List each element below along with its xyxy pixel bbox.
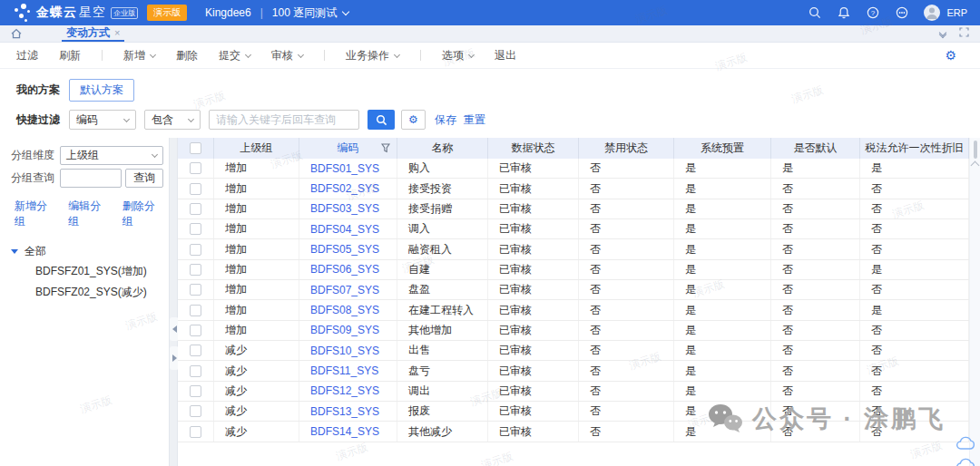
column-header-label: 系统预置 xyxy=(701,141,744,156)
filter-settings-button[interactable]: ⚙ xyxy=(401,110,426,130)
vertical-scrollbar[interactable] xyxy=(969,138,980,466)
row-checkbox-cell xyxy=(178,300,214,319)
table-row[interactable]: 增加BDFS04_SYS调入已审核否是否否 xyxy=(178,219,980,239)
row-checkbox[interactable] xyxy=(190,365,201,377)
table-row[interactable]: 减少BDFS12_SYS调出已审核否是否否 xyxy=(178,382,980,402)
toolbar-button-2[interactable]: 刷新 xyxy=(59,48,81,63)
code-link[interactable]: BDFS11_SYS xyxy=(299,361,397,380)
toolbar-settings-gear-icon[interactable]: ⚙ xyxy=(945,48,956,63)
tab-bar: 变动方式 × xyxy=(0,25,980,43)
row-checkbox[interactable] xyxy=(190,325,201,336)
code-link[interactable]: BDFS09_SYS xyxy=(299,321,397,340)
column-header-2[interactable]: 编码 xyxy=(299,138,397,159)
code-link[interactable]: BDFS08_SYS xyxy=(299,300,397,319)
table-row[interactable]: 增加BDFS05_SYS融资租入已审核否是否否 xyxy=(178,239,980,259)
column-header-4[interactable]: 数据状态 xyxy=(488,138,579,159)
group-action-2[interactable]: 编辑分组 xyxy=(68,199,109,229)
toolbar-button-4[interactable]: 删除 xyxy=(176,48,198,63)
row-checkbox[interactable] xyxy=(190,405,201,417)
group-action-3[interactable]: 删除分组 xyxy=(122,199,163,229)
group-query-button[interactable]: 查询 xyxy=(125,169,163,188)
table-row[interactable]: 增加BDFS01_SYS购入已审核否是是是 xyxy=(178,159,980,179)
column-header-7[interactable]: 是否默认 xyxy=(771,138,860,159)
code-link[interactable]: BDFS06_SYS xyxy=(299,260,397,279)
table-row[interactable]: 减少BDFS13_SYS报废已审核否是否否 xyxy=(178,402,980,422)
code-link[interactable]: BDFS03_SYS xyxy=(299,199,397,218)
select-all-checkbox[interactable] xyxy=(190,142,201,154)
row-checkbox[interactable] xyxy=(190,284,201,296)
fullscreen-icon[interactable] xyxy=(959,27,969,40)
table-row[interactable]: 增加BDFS03_SYS接受捐赠已审核否是否否 xyxy=(178,199,980,219)
code-link[interactable]: BDFS04_SYS xyxy=(299,219,397,238)
toolbar-button-8[interactable]: 选项 xyxy=(442,48,474,63)
tree-node-1[interactable]: BDFSFZ01_SYS(增加) xyxy=(11,261,163,281)
assistant-cloud-icon[interactable] xyxy=(956,436,975,453)
table-row[interactable]: 减少BDFS10_SYS出售已审核否是否否 xyxy=(178,341,980,361)
code-link[interactable]: BDFS10_SYS xyxy=(299,341,397,360)
row-checkbox[interactable] xyxy=(190,305,201,316)
panel-splitter[interactable] xyxy=(169,138,178,466)
group-dimension-select[interactable]: 上级组 xyxy=(60,146,163,165)
table-row[interactable]: 减少BDFS11_SYS盘亏已审核否是否否 xyxy=(178,361,980,381)
toolbar-button-1[interactable]: 过滤 xyxy=(16,48,38,63)
keyword-search-input[interactable] xyxy=(209,110,359,130)
toolbar-button-6[interactable]: 审核 xyxy=(271,48,303,63)
notification-bell-icon[interactable] xyxy=(837,6,850,20)
column-header-5[interactable]: 禁用状态 xyxy=(579,138,674,159)
reset-link[interactable]: 重置 xyxy=(464,112,485,128)
row-checkbox[interactable] xyxy=(190,385,201,397)
row-checkbox[interactable] xyxy=(190,345,201,356)
row-checkbox[interactable] xyxy=(190,223,201,235)
scrollbar-thumb[interactable] xyxy=(974,141,977,159)
code-link[interactable]: BDFS12_SYS xyxy=(299,382,397,401)
toolbar-button-5[interactable]: 提交 xyxy=(219,48,250,63)
group-query-input[interactable] xyxy=(60,169,122,188)
feedback-chat-icon[interactable] xyxy=(895,6,908,20)
tab-change-method[interactable]: 变动方式 × xyxy=(62,25,124,42)
help-icon[interactable]: ? xyxy=(866,6,879,20)
column-header-1[interactable]: 上级组 xyxy=(214,138,299,159)
table-row[interactable]: 增加BDFS06_SYS自建已审核否是否是 xyxy=(178,260,980,280)
group-action-1[interactable]: 新增分组 xyxy=(15,199,55,229)
collapse-tabs-icon[interactable] xyxy=(940,30,946,37)
code-link[interactable]: BDFS07_SYS xyxy=(299,280,397,299)
column-header-6[interactable]: 系统预置 xyxy=(674,138,771,159)
save-link[interactable]: 保存 xyxy=(435,112,456,128)
toolbar-button-9[interactable]: 退出 xyxy=(495,48,516,63)
code-link[interactable]: BDFS02_SYS xyxy=(299,179,397,198)
code-link[interactable]: BDFS14_SYS xyxy=(299,422,397,441)
toolbar-button-7[interactable]: 业务操作 xyxy=(346,48,399,63)
row-checkbox[interactable] xyxy=(190,162,201,174)
code-link[interactable]: BDFS01_SYS xyxy=(299,159,397,178)
code-link[interactable]: BDFS13_SYS xyxy=(299,402,397,421)
home-icon[interactable] xyxy=(11,28,22,39)
table-row[interactable]: 增加BDFS08_SYS在建工程转入已审核否是否是 xyxy=(178,300,980,320)
table-cell: 是 xyxy=(674,402,771,421)
search-button[interactable] xyxy=(368,110,395,130)
row-checkbox[interactable] xyxy=(190,244,201,256)
default-scheme-button[interactable]: 默认方案 xyxy=(69,79,134,102)
code-link[interactable]: BDFS05_SYS xyxy=(299,239,397,258)
filter-funnel-icon[interactable] xyxy=(381,143,390,153)
account-switcher[interactable]: Kingdee6 | 100 逐同测试 xyxy=(205,5,348,21)
table-row[interactable]: 增加BDFS09_SYS其他增加已审核否是否否 xyxy=(178,321,980,341)
toolbar-button-3[interactable]: 新增 xyxy=(123,48,155,63)
column-header-3[interactable]: 名称 xyxy=(397,138,488,159)
table-row[interactable]: 增加BDFS07_SYS盘盈已审核否是否否 xyxy=(178,280,980,300)
apps-grid-icon[interactable] xyxy=(34,28,44,39)
filter-field-select[interactable]: 编码 xyxy=(69,110,136,130)
row-checkbox[interactable] xyxy=(190,426,201,438)
row-checkbox[interactable] xyxy=(190,183,201,195)
filter-operator-select[interactable]: 包含 xyxy=(144,110,201,130)
assistant-cloud-icon-2[interactable] xyxy=(956,458,975,466)
column-header-8[interactable]: 税法允许一次性折旧 xyxy=(860,138,969,159)
table-row[interactable]: 增加BDFS02_SYS接受投资已审核否是否否 xyxy=(178,179,980,199)
tab-close-icon[interactable]: × xyxy=(114,27,120,38)
user-avatar[interactable] xyxy=(924,5,940,21)
row-checkbox[interactable] xyxy=(190,203,201,215)
table-row[interactable]: 减少BDFS14_SYS其他减少已审核否是否否 xyxy=(178,422,980,442)
row-checkbox[interactable] xyxy=(190,264,201,276)
tree-node-2[interactable]: BDFSFZ02_SYS(减少) xyxy=(11,282,163,302)
search-icon[interactable] xyxy=(808,6,821,20)
tree-root-all[interactable]: 全部 xyxy=(11,241,163,261)
